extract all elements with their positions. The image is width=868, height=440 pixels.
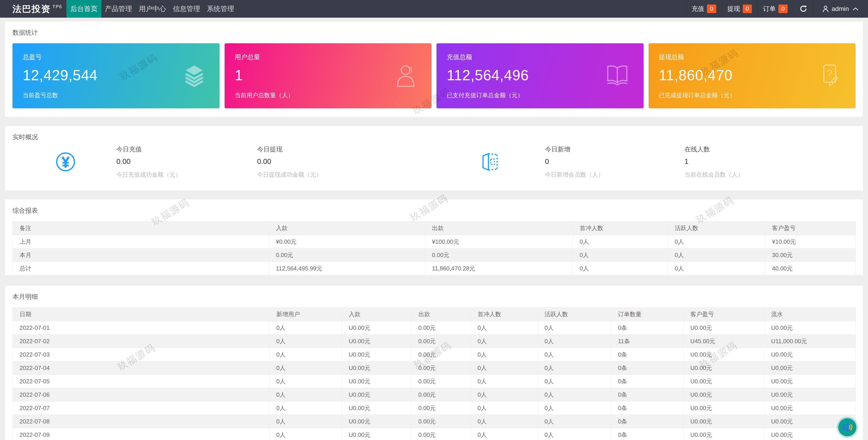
table-cell: 0.00元 (411, 361, 471, 375)
table-cell: 2022-07-02 (13, 335, 270, 348)
table-cell: 0人 (538, 361, 611, 375)
column-header: 日期 (13, 308, 270, 321)
table-cell: U0.00元 (342, 428, 411, 440)
nav-item-info[interactable]: 信息管理 (169, 0, 204, 18)
table-cell: 0.00元 (411, 348, 471, 361)
sound-fab-button[interactable] (838, 418, 857, 436)
table-cell: 0条 (611, 361, 684, 375)
chevron-up-icon (852, 7, 859, 11)
brand-name: 法巴投资 (12, 3, 51, 15)
table-row: 总计112,564,495.99元11,860,470.28元0人0人40.00… (13, 262, 856, 275)
table-cell: 0人 (573, 262, 668, 275)
stat-card-desc: 当前用户总数量（人） (235, 91, 422, 99)
brand-logo: 法巴投资 TP6 (0, 0, 66, 18)
table-cell: 0.00元 (411, 415, 471, 428)
table-cell: 0条 (611, 402, 684, 415)
realtime-item-today-withdraw: 今日提现 0.00 今日提现成功金额（元） (257, 145, 482, 179)
table-cell: 总计 (13, 262, 269, 275)
recharge-count-badge: 0 (707, 4, 716, 13)
table-row: 2022-07-080人U0.00元0.00元0人0人0条U0.00元U0.00… (13, 415, 856, 428)
table-cell: U0.00元 (684, 415, 764, 428)
table-cell: ¥10.00元 (765, 235, 856, 248)
summary-report-title: 综合报表 (5, 200, 863, 215)
table-cell: U0.00元 (764, 321, 856, 335)
table-cell: 2022-07-03 (13, 348, 270, 361)
document-question-icon: ? (819, 64, 841, 88)
table-cell: 0人 (270, 361, 342, 375)
monthly-detail-table: 日期新增用户入款出款首冲人数活跃人数订单数量客户盈亏流水2022-07-010人… (12, 307, 856, 440)
realtime-panel: 实时概况 今日充值 0.00 今日充值成功金额（元） 今日提现 0.00 今日提… (5, 126, 863, 191)
stat-card-label: 用户总量 (235, 53, 422, 61)
realtime-desc: 今日新增会员数（人） (545, 171, 684, 179)
order-counter[interactable]: 订单 0 (757, 0, 793, 18)
withdraw-counter[interactable]: 提现 0 (722, 0, 757, 18)
table-cell: 0.00元 (269, 248, 425, 262)
nav-item-products[interactable]: 产品管理 (101, 0, 135, 18)
order-count-badge: 0 (778, 4, 787, 13)
table-cell: 0人 (668, 248, 765, 262)
main-menu: 后台首页 产品管理 用户中心 信息管理 系统管理 (66, 0, 238, 18)
table-cell: U11,000.00元 (764, 335, 856, 348)
table-cell: 0人 (573, 235, 668, 248)
table-cell: 2022-07-01 (13, 321, 270, 335)
user-icon (822, 5, 829, 12)
table-cell: 0人 (471, 361, 538, 375)
nav-item-users[interactable]: 用户中心 (135, 0, 169, 18)
stat-card-total-users: 用户总量 1 当前用户总数量（人） (225, 43, 432, 108)
column-header: 客户盈亏 (765, 222, 856, 235)
table-cell: 0人 (471, 415, 538, 428)
realtime-item-today-new: 今日新增 0 今日新增会员数（人） (545, 145, 684, 179)
table-cell: U0.00元 (764, 348, 856, 361)
table-cell: 0人 (471, 388, 538, 402)
table-row: 2022-07-060人U0.00元0.00元0人0人0条U0.00元U0.00… (13, 388, 856, 402)
table-cell: 0.00元 (411, 321, 471, 335)
table-cell: 0人 (270, 348, 342, 361)
table-cell: U0.00元 (684, 402, 764, 415)
nav-item-dashboard[interactable]: 后台首页 (66, 0, 101, 18)
table-cell: U0.00元 (342, 375, 411, 388)
table-cell: U0.00元 (342, 335, 411, 348)
table-cell: 0人 (471, 375, 538, 388)
table-cell: 0人 (270, 402, 342, 415)
table-cell: 112,564,495.99元 (269, 262, 425, 275)
table-cell: 2022-07-05 (13, 375, 270, 388)
table-cell: 0人 (471, 428, 538, 440)
table-cell: U0.00元 (684, 361, 764, 375)
realtime-item-today-recharge: 今日充值 0.00 今日充值成功金额（元） (116, 145, 257, 179)
summary-report-panel: 综合报表 备注入款出款首冲人数活跃人数客户盈亏上月¥0.00元¥100.00元0… (5, 200, 863, 275)
table-cell: 0人 (270, 415, 342, 428)
withdraw-count-badge: 0 (743, 4, 752, 13)
nav-item-system[interactable]: 系统管理 (204, 0, 238, 18)
realtime-value: 0.00 (257, 157, 482, 166)
table-cell: 0人 (538, 335, 611, 348)
stat-card-desc: 已完成提现订单总金额（元） (659, 91, 845, 99)
realtime-value: 0 (545, 157, 684, 166)
recharge-counter[interactable]: 充值 0 (686, 0, 721, 18)
table-row: 2022-07-030人U0.00元0.00元0人0人0条U0.00元U0.00… (13, 348, 856, 361)
table-cell: U0.00元 (764, 361, 856, 375)
table-cell: 0人 (270, 321, 342, 335)
table-cell: 2022-07-08 (13, 415, 270, 428)
table-cell: 0.00元 (411, 402, 471, 415)
stat-card-desc: 当前盈亏总数 (23, 91, 209, 99)
stat-card-total-recharge: 充值总额 112,564,496 已支付充值订单总金额（元） (436, 43, 644, 108)
brand-version: TP6 (53, 4, 62, 9)
realtime-desc: 当前在线会员数（人） (684, 171, 820, 179)
table-row: 2022-07-050人U0.00元0.00元0人0人0条U0.00元U0.00… (13, 375, 856, 388)
user-menu[interactable]: admin (813, 0, 868, 18)
stat-card-label: 总盈亏 (23, 53, 209, 61)
table-cell: U0.00元 (342, 402, 411, 415)
refresh-button[interactable] (793, 0, 813, 18)
table-cell: 2022-07-06 (13, 388, 270, 402)
table-row: 2022-07-040人U0.00元0.00元0人0人0条U0.00元U0.00… (13, 361, 856, 375)
table-cell: 0.00元 (425, 248, 573, 262)
column-header: 首冲人数 (573, 222, 668, 235)
table-cell: 上月 (13, 235, 269, 248)
table-cell: 0人 (270, 335, 342, 348)
table-cell: 0人 (471, 348, 538, 361)
realtime-value: 1 (684, 157, 820, 166)
table-cell: 0条 (611, 415, 684, 428)
table-cell: 0人 (471, 321, 538, 335)
table-cell: 0条 (611, 428, 684, 440)
table-cell: U0.00元 (764, 388, 856, 402)
